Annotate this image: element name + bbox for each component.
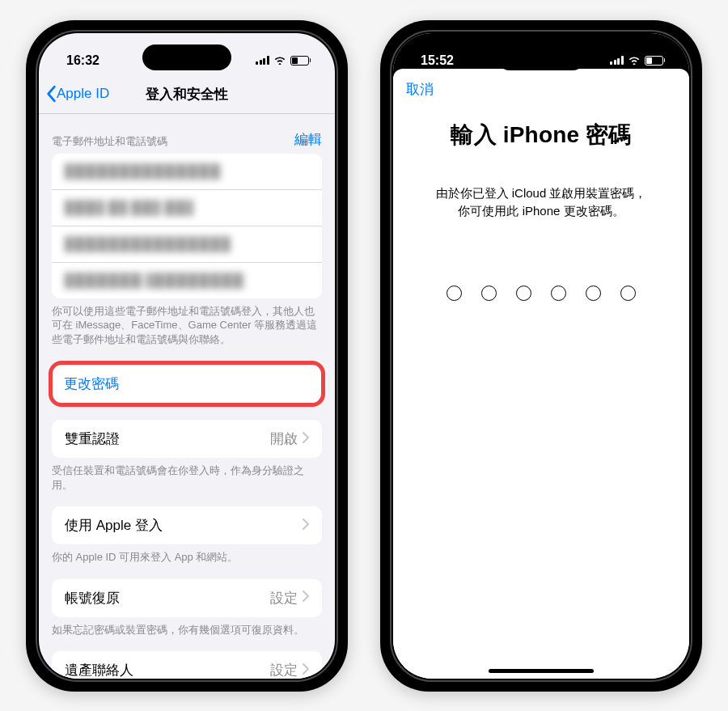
wifi-icon	[273, 53, 286, 68]
status-time: 15:52	[421, 53, 454, 68]
content-scroll[interactable]: 電子郵件地址和電話號碼 編輯 ████████████████ ████ ██ …	[39, 114, 335, 679]
status-icons	[610, 53, 665, 68]
highlighted-change-password: 更改密碼	[49, 361, 325, 407]
section-header-contacts: 電子郵件地址和電話號碼 編輯	[39, 114, 335, 154]
legacy-contact-row[interactable]: 遺產聯絡人 設定	[52, 651, 322, 678]
legacy-contact-group: 遺產聯絡人 設定	[52, 651, 322, 678]
passcode-digit	[586, 286, 601, 301]
contact-row[interactable]: ████████████████	[52, 154, 322, 190]
cellular-icon	[610, 56, 624, 65]
change-password-label: 更改密碼	[64, 375, 119, 393]
two-factor-label: 雙重認證	[65, 430, 120, 448]
account-recovery-label: 帳號復原	[65, 589, 120, 607]
nav-bar: Apple ID 登入和安全性	[39, 77, 335, 114]
home-indicator[interactable]	[489, 669, 594, 673]
edit-button[interactable]: 編輯	[294, 130, 322, 149]
status-icons	[256, 53, 311, 68]
page-title: 登入和安全性	[146, 85, 228, 104]
sign-in-apple-group: 使用 Apple 登入	[52, 506, 322, 544]
contact-row[interactable]: ████ ██ ███ ███	[52, 190, 322, 226]
battery-icon	[645, 56, 666, 66]
passcode-title: 輸入 iPhone 密碼	[393, 105, 689, 160]
sign-in-apple-footer: 你的 Apple ID 可用來登入 App 和網站。	[39, 544, 335, 565]
dynamic-island	[497, 44, 586, 70]
screen-signin-security: 16:32 Apple ID 登入和安全性	[39, 33, 335, 679]
modal-header: 取消	[393, 69, 689, 105]
phone-frame-right: 15:52 取消 輸入 iPhone 密碼 由於你已登入 iC	[380, 20, 702, 692]
chevron-right-icon	[303, 662, 309, 679]
sign-in-apple-label: 使用 Apple 登入	[65, 516, 163, 535]
section-label: 電子郵件地址和電話號碼	[52, 134, 167, 149]
contact-row[interactable]: █████████████████	[52, 226, 322, 263]
two-factor-footer: 受信任裝置和電話號碼會在你登入時，作為身分驗證之用。	[39, 458, 335, 492]
two-factor-value: 開啟	[270, 430, 298, 448]
phone-bezel: 15:52 取消 輸入 iPhone 密碼 由於你已登入 iC	[390, 30, 692, 682]
passcode-digit	[481, 286, 497, 301]
status-time: 16:32	[66, 53, 99, 68]
battery-icon	[290, 56, 311, 66]
passcode-digit	[620, 286, 636, 301]
legacy-contact-value: 設定	[270, 661, 298, 678]
passcode-subtitle: 由於你已登入 iCloud 並啟用裝置密碼， 你可使用此 iPhone 更改密碼…	[393, 160, 689, 221]
passcode-digit	[447, 286, 462, 301]
screen-enter-passcode: 15:52 取消 輸入 iPhone 密碼 由於你已登入 iC	[393, 33, 689, 679]
contact-row[interactable]: ████████ ██████████	[52, 263, 322, 298]
change-password-row[interactable]: 更改密碼	[53, 365, 321, 403]
two-factor-group: 雙重認證 開啟	[52, 420, 322, 458]
cellular-icon	[256, 56, 269, 65]
sign-in-apple-row[interactable]: 使用 Apple 登入	[52, 506, 322, 544]
cancel-button[interactable]: 取消	[406, 80, 434, 99]
chevron-right-icon	[303, 518, 309, 534]
account-recovery-value: 設定	[270, 589, 298, 607]
legacy-contact-label: 遺產聯絡人	[65, 661, 133, 678]
account-recovery-footer: 如果忘記密碼或裝置密碼，你有幾個選項可復原資料。	[39, 617, 335, 637]
section-footer: 你可以使用這些電子郵件地址和電話號碼登入，其他人也可在 iMessage、Fac…	[39, 298, 335, 347]
account-recovery-row[interactable]: 帳號復原 設定	[52, 579, 322, 617]
passcode-digit	[551, 286, 566, 301]
chevron-left-icon	[45, 85, 57, 103]
phone-bezel: 16:32 Apple ID 登入和安全性	[36, 30, 338, 682]
modal-sheet: 取消 輸入 iPhone 密碼 由於你已登入 iCloud 並啟用裝置密碼， 你…	[393, 69, 689, 679]
chevron-right-icon	[303, 431, 309, 447]
passcode-digit	[516, 286, 531, 301]
passcode-dots[interactable]	[393, 221, 689, 301]
contacts-group: ████████████████ ████ ██ ███ ███ ███████…	[52, 154, 322, 298]
chevron-right-icon	[303, 590, 309, 606]
two-factor-row[interactable]: 雙重認證 開啟	[52, 420, 322, 458]
back-label: Apple ID	[57, 86, 109, 102]
account-recovery-group: 帳號復原 設定	[52, 579, 322, 617]
phone-frame-left: 16:32 Apple ID 登入和安全性	[26, 20, 348, 692]
back-button[interactable]: Apple ID	[45, 85, 109, 103]
wifi-icon	[628, 53, 641, 68]
dynamic-island	[142, 44, 231, 70]
